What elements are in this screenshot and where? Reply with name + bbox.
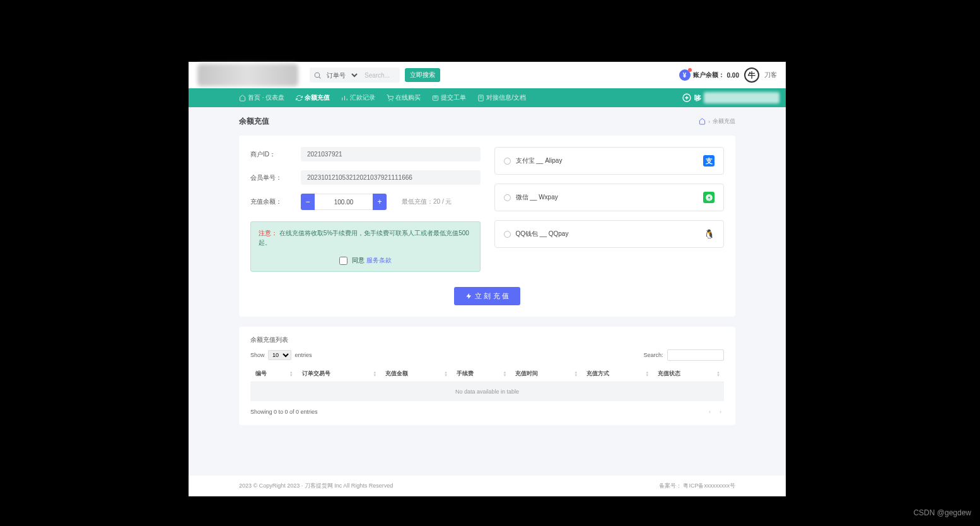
merchant-id-field[interactable]	[301, 147, 481, 161]
amount-input[interactable]	[315, 194, 373, 210]
alipay-icon: 支	[703, 155, 715, 167]
svg-line-1	[319, 77, 320, 78]
column-header[interactable]: 充值方式▲▼	[581, 366, 653, 382]
icp: 备案号： 粤ICP备xxxxxxxxx号	[659, 482, 735, 490]
brand-icon	[682, 93, 692, 103]
agree-checkbox[interactable]	[339, 257, 347, 265]
payment-options: 支付宝 __ Alipay 支 微信 __ Wxpay ❂ QQ钱包 __ QQ…	[494, 147, 725, 272]
header-right: ¥ 账户余额： 0.00 牛 刀客	[679, 67, 777, 83]
nav-ticket[interactable]: 提交工单	[432, 93, 466, 102]
sort-icon: ▲▼	[289, 371, 293, 377]
nav-bar: 首页 · 仪表盘 余额充值 汇款记录 在线购买 提交工单 对接信息/文档 哆	[189, 88, 786, 107]
records-table: 编号▲▼ 订单交易号▲▼ 充值金额▲▼ 手续费▲▼ 充值时间▲▼ 充值方式▲▼ …	[250, 366, 724, 401]
copyright: 2023 © CopyRight 2023 · 刀客提货网 Inc All Ri…	[239, 482, 393, 490]
breadcrumb-home-icon[interactable]	[699, 118, 706, 125]
avatar-icon[interactable]: 牛	[744, 67, 759, 83]
amount-decrement-button[interactable]: −	[301, 194, 315, 210]
search-button[interactable]: 立即搜索	[405, 68, 440, 82]
show-entries: Show 10 entries	[250, 350, 312, 360]
sort-icon: ▲▼	[373, 371, 376, 377]
qq-icon: 🐧	[703, 228, 715, 240]
refresh-icon	[296, 95, 303, 102]
page-body: 余额充值 › 余额充值 商户ID： 会员单号：	[189, 107, 786, 460]
balance-badge[interactable]: ¥ 账户余额： 0.00	[679, 69, 739, 81]
notice-text: 在线充值将收取5%手续费用，免手续费可联系人工或者最低充值500起。	[259, 230, 469, 246]
empty-message: No data available in table	[250, 382, 724, 402]
search-icon	[313, 71, 322, 79]
nav-buy[interactable]: 在线购买	[387, 93, 421, 102]
wechat-icon: ❂	[703, 192, 715, 203]
table-search: Search:	[643, 349, 724, 361]
recharge-form: 商户ID： 会员单号： 充值余额： − +	[250, 147, 481, 272]
table-search-input[interactable]	[667, 349, 724, 361]
top-header: 订单号 立即搜索 ¥ 账户余额： 0.00 牛 刀客	[189, 62, 786, 88]
submit-recharge-button[interactable]: 立 刻 充 值	[454, 287, 520, 305]
sort-icon: ▲▼	[716, 371, 720, 377]
nav-recharge[interactable]: 余额充值	[296, 93, 330, 102]
nav-docs[interactable]: 对接信息/文档	[477, 93, 526, 102]
agree-label: 同意	[352, 257, 366, 264]
payment-label: 支付宝 __ Alipay	[516, 156, 563, 165]
amount-increment-button[interactable]: +	[373, 194, 387, 210]
sort-icon: ▲▼	[645, 371, 649, 377]
table-info: Showing 0 to 0 of 0 entries	[250, 409, 318, 415]
radio-icon	[504, 194, 511, 201]
notice-prefix: 注意：	[259, 230, 277, 237]
balance-icon: ¥	[679, 69, 691, 81]
icp-link[interactable]: 粤ICP备xxxxxxxxx号	[683, 482, 735, 489]
notice-box: 注意： 在线充值将收取5%手续费用，免手续费可联系人工或者最低充值500起。 同…	[250, 221, 481, 272]
nav-remittance[interactable]: 汇款记录	[341, 93, 375, 102]
svg-point-5	[389, 100, 390, 101]
search-type-select[interactable]: 订单号	[324, 71, 359, 79]
column-header[interactable]: 充值时间▲▼	[510, 366, 581, 382]
column-header[interactable]: 编号▲▼	[250, 366, 297, 382]
recharge-card: 商户ID： 会员单号： 充值余额： − +	[239, 136, 735, 317]
app-window: 订单号 立即搜索 ¥ 账户余额： 0.00 牛 刀客 首页 · 仪表盘 余额充值…	[189, 62, 786, 496]
empty-row: No data available in table	[250, 382, 724, 402]
watermark: CSDN @gegdew	[913, 508, 971, 517]
payment-option-alipay[interactable]: 支付宝 __ Alipay 支	[494, 147, 725, 175]
min-amount-hint: 最低充值：20 / 元	[402, 197, 452, 206]
footer: 2023 © CopyRight 2023 · 刀客提货网 Inc All Ri…	[189, 476, 786, 496]
page-prev-button[interactable]: ‹	[706, 407, 713, 416]
doc-icon	[477, 95, 484, 102]
page-header: 余额充值 › 余额充值	[239, 116, 735, 127]
svg-point-6	[392, 100, 393, 101]
merchant-id-label: 商户ID：	[250, 150, 293, 159]
column-header[interactable]: 订单交易号▲▼	[297, 366, 380, 382]
chart-icon	[341, 95, 348, 102]
table-controls: Show 10 entries Search:	[250, 349, 724, 361]
home-icon	[239, 95, 246, 102]
table-footer: Showing 0 to 0 of 0 entries ‹ ›	[250, 407, 724, 416]
lightning-icon	[465, 293, 472, 300]
nav-dashboard[interactable]: 首页 · 仪表盘	[239, 93, 284, 102]
terms-link[interactable]: 服务条款	[366, 257, 392, 264]
records-card: 余额充值列表 Show 10 entries Search: 编号▲▼ 订单交易…	[239, 327, 735, 425]
sort-icon: ▲▼	[444, 371, 448, 377]
entries-select[interactable]: 10	[268, 350, 291, 360]
username: 刀客	[764, 71, 777, 79]
radio-icon	[504, 158, 511, 165]
search-group: 订单号	[310, 67, 400, 83]
order-number-field[interactable]	[301, 170, 481, 185]
cart-icon	[387, 95, 394, 102]
sort-icon: ▲▼	[503, 371, 506, 377]
column-header[interactable]: 手续费▲▼	[452, 366, 510, 382]
payment-option-wechat[interactable]: 微信 __ Wxpay ❂	[494, 184, 725, 211]
balance-label: 账户余额：	[693, 71, 725, 79]
payment-label: 微信 __ Wxpay	[516, 193, 558, 202]
column-header[interactable]: 充值状态▲▼	[653, 366, 724, 382]
amount-label: 充值余额：	[250, 197, 293, 206]
page-title: 余额充值	[239, 116, 269, 127]
search-input[interactable]	[362, 72, 400, 79]
column-header[interactable]: 充值金额▲▼	[380, 366, 452, 382]
payment-option-qq[interactable]: QQ钱包 __ QQpay 🐧	[494, 220, 725, 248]
table-title: 余额充值列表	[250, 336, 724, 344]
nav-brand: 哆	[682, 92, 779, 103]
payment-label: QQ钱包 __ QQpay	[516, 230, 569, 238]
breadcrumb-current: 余额充值	[713, 117, 735, 126]
order-number-label: 会员单号：	[250, 173, 293, 182]
page-next-button[interactable]: ›	[717, 407, 724, 416]
notification-dot	[688, 68, 692, 72]
logo	[197, 64, 298, 86]
